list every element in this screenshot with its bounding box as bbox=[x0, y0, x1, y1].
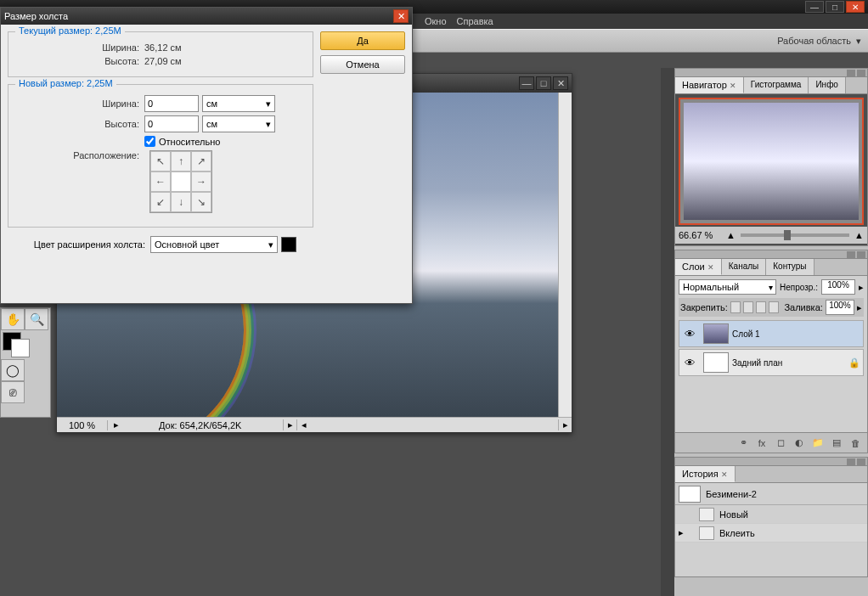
opacity-label: Непрозр.: bbox=[780, 283, 818, 292]
ok-button[interactable]: Да bbox=[320, 31, 405, 50]
tab-info[interactable]: Инфо bbox=[809, 77, 846, 93]
lock-pixels-icon[interactable] bbox=[743, 301, 753, 313]
layer-thumbnail[interactable] bbox=[703, 352, 729, 373]
navigator-zoom-value[interactable]: 66.67 % bbox=[679, 230, 721, 240]
zoom-field[interactable]: 100 % bbox=[57, 420, 108, 430]
new-size-group: Новый размер: 2,25M Ширина: см Высота: с… bbox=[8, 84, 313, 228]
opacity-input[interactable]: 100% bbox=[821, 279, 855, 295]
blend-mode-select[interactable]: Нормальный bbox=[679, 279, 776, 295]
navigator-thumbnail[interactable] bbox=[679, 98, 864, 225]
h-scroll-right[interactable]: ▸ bbox=[558, 419, 572, 430]
zoom-out-icon[interactable]: ▲ bbox=[726, 230, 736, 240]
layer-group-icon[interactable]: 📁 bbox=[811, 436, 825, 450]
lock-transparency-icon[interactable] bbox=[730, 301, 741, 313]
panel-collapse-strip[interactable] bbox=[661, 68, 674, 596]
layer-item[interactable]: 👁 Задний план 🔒 bbox=[679, 349, 864, 376]
anchor-nw[interactable]: ↖ bbox=[150, 151, 171, 171]
adjustment-layer-icon[interactable]: ◐ bbox=[792, 436, 806, 450]
minimize-button[interactable]: — bbox=[805, 1, 824, 13]
layer-thumbnail[interactable] bbox=[703, 323, 729, 344]
anchor-se[interactable]: ↘ bbox=[191, 192, 211, 212]
layer-fx-icon[interactable]: fx bbox=[755, 436, 769, 450]
close-icon[interactable]: ✕ bbox=[721, 470, 728, 479]
current-height-label: Высота: bbox=[17, 56, 144, 66]
dialog-titlebar[interactable]: Размер холста ✕ bbox=[1, 8, 412, 25]
doc-minimize-button[interactable]: — bbox=[519, 76, 534, 90]
new-height-input[interactable] bbox=[144, 115, 199, 132]
panel-min-icon[interactable] bbox=[847, 70, 855, 76]
anchor-label: Расположение: bbox=[17, 150, 144, 160]
dialog-close-button[interactable]: ✕ bbox=[393, 9, 409, 23]
layer-name[interactable]: Слой 1 bbox=[732, 329, 863, 339]
current-size-group: Текущий размер: 2,25M Ширина: 36,12 см В… bbox=[8, 31, 313, 77]
lock-position-icon[interactable] bbox=[756, 301, 766, 313]
quickmask-toggle[interactable]: ◯ bbox=[1, 359, 25, 381]
tab-layers[interactable]: Слои✕ bbox=[675, 259, 722, 275]
anchor-grid: ↖ ↑ ↗ ← → ↙ ↓ ↘ bbox=[149, 150, 212, 213]
background-color[interactable] bbox=[11, 339, 30, 357]
anchor-n[interactable]: ↑ bbox=[171, 151, 191, 171]
extension-color-select[interactable]: Основной цвет bbox=[150, 236, 278, 253]
anchor-sw[interactable]: ↙ bbox=[150, 192, 171, 212]
panels-dock: Навигатор✕ Гистограмма Инфо 66.67 % ▲ ▲ bbox=[674, 68, 868, 596]
anchor-s[interactable]: ↓ bbox=[171, 192, 191, 212]
doc-info: Док: 654,2K/654,2K bbox=[125, 420, 283, 430]
panel-min-icon[interactable] bbox=[847, 458, 855, 465]
extension-color-swatch[interactable] bbox=[281, 237, 296, 252]
zoom-tool[interactable]: 🔍 bbox=[25, 308, 48, 330]
anchor-ne[interactable]: ↗ bbox=[191, 151, 211, 171]
fill-label: Заливка: bbox=[784, 302, 822, 312]
tab-navigator[interactable]: Навигатор✕ bbox=[675, 77, 744, 93]
vertical-scrollbar[interactable] bbox=[558, 93, 572, 417]
history-snapshot[interactable]: Безимени-2 bbox=[675, 483, 867, 505]
tab-histogram[interactable]: Гистограмма bbox=[744, 77, 809, 93]
zoom-in-icon[interactable]: ▲ bbox=[854, 230, 864, 240]
tab-history[interactable]: История✕ bbox=[675, 466, 736, 482]
close-icon[interactable]: ✕ bbox=[730, 82, 736, 90]
workspace-chevron-icon[interactable]: ▾ bbox=[856, 36, 861, 47]
zoom-slider[interactable] bbox=[741, 233, 849, 237]
close-button[interactable]: ✕ bbox=[846, 1, 865, 13]
layer-item[interactable]: 👁 Слой 1 bbox=[679, 320, 864, 347]
opacity-flyout-icon[interactable]: ▸ bbox=[859, 282, 864, 293]
history-step-name: Новый bbox=[719, 509, 748, 520]
maximize-button[interactable]: □ bbox=[826, 1, 844, 13]
doc-close-button[interactable]: ✕ bbox=[553, 76, 568, 90]
visibility-icon[interactable]: 👁 bbox=[679, 328, 700, 340]
delete-layer-icon[interactable]: 🗑 bbox=[848, 436, 862, 450]
close-icon[interactable]: ✕ bbox=[707, 263, 714, 272]
panel-close-icon[interactable] bbox=[857, 70, 865, 76]
panel-min-icon[interactable] bbox=[847, 251, 855, 258]
relative-checkbox[interactable] bbox=[144, 136, 155, 147]
panel-close-icon[interactable] bbox=[857, 251, 865, 258]
menu-help[interactable]: Справка bbox=[457, 16, 493, 26]
hand-tool[interactable]: ✋ bbox=[1, 308, 25, 330]
screenmode-toggle[interactable]: ⎚ bbox=[1, 381, 25, 403]
new-width-input[interactable] bbox=[144, 95, 199, 112]
tab-paths[interactable]: Контуры bbox=[766, 259, 814, 275]
history-item[interactable]: ▸ Вклеить bbox=[675, 524, 867, 543]
layer-mask-icon[interactable]: ◻ bbox=[774, 436, 787, 450]
history-item[interactable]: Новый bbox=[675, 505, 867, 524]
h-scroll-left[interactable]: ◂ bbox=[296, 419, 310, 430]
lock-all-icon[interactable] bbox=[769, 301, 779, 313]
fill-flyout-icon[interactable]: ▸ bbox=[857, 302, 862, 313]
tab-channels[interactable]: Каналы bbox=[722, 259, 767, 275]
new-width-unit-select[interactable]: см bbox=[202, 95, 275, 112]
new-layer-icon[interactable]: ▤ bbox=[830, 436, 843, 450]
extension-color-label: Цвет расширения холста: bbox=[8, 239, 150, 250]
visibility-icon[interactable]: 👁 bbox=[679, 357, 700, 369]
menu-window[interactable]: Окно bbox=[425, 16, 447, 26]
doc-info-menu[interactable]: ▸ bbox=[283, 419, 296, 430]
workspace-label[interactable]: Рабочая область bbox=[777, 36, 851, 46]
layer-name[interactable]: Задний план bbox=[732, 358, 846, 368]
new-height-unit-select[interactable]: см bbox=[202, 115, 275, 132]
cancel-button[interactable]: Отмена bbox=[320, 55, 405, 74]
link-layers-icon[interactable]: ⚭ bbox=[736, 436, 750, 450]
panel-close-icon[interactable] bbox=[857, 458, 865, 465]
anchor-center[interactable] bbox=[171, 171, 191, 192]
anchor-e[interactable]: → bbox=[191, 171, 211, 192]
fill-input[interactable]: 100% bbox=[826, 300, 854, 315]
doc-maximize-button[interactable]: □ bbox=[536, 76, 551, 90]
anchor-w[interactable]: ← bbox=[150, 171, 171, 192]
